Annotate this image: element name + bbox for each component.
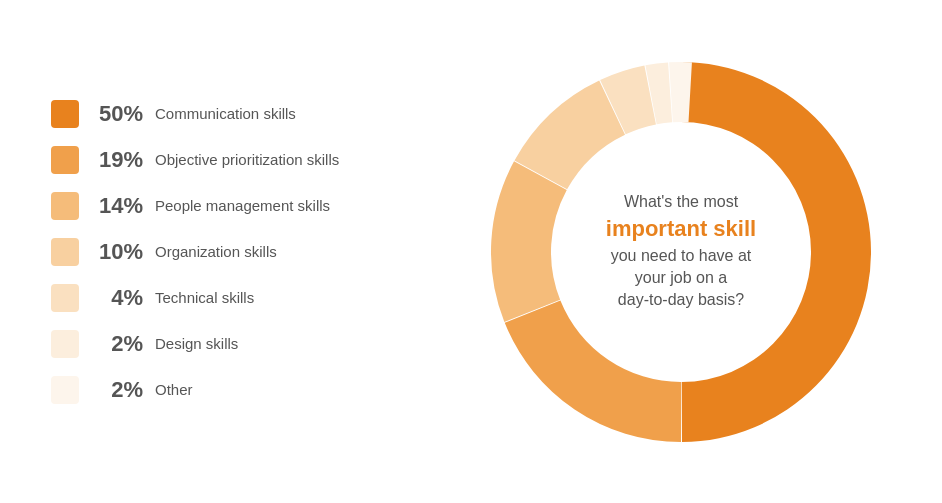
donut-chart-wrapper: What's the most important skill you need… <box>471 42 891 462</box>
legend-percent-3: 10% <box>91 239 143 265</box>
legend-item-4: 4%Technical skills <box>51 284 411 312</box>
legend-label-6: Other <box>155 381 193 398</box>
legend-percent-2: 14% <box>91 193 143 219</box>
legend-percent-6: 2% <box>91 377 143 403</box>
legend-item-0: 50%Communication skills <box>51 100 411 128</box>
donut-segment-2 <box>491 161 567 322</box>
legend-item-5: 2%Design skills <box>51 330 411 358</box>
legend-item-3: 10%Organization skills <box>51 238 411 266</box>
legend-color-1 <box>51 146 79 174</box>
legend-percent-4: 4% <box>91 285 143 311</box>
legend-item-6: 2%Other <box>51 376 411 404</box>
legend: 50%Communication skills19%Objective prio… <box>51 100 411 404</box>
legend-label-2: People management skills <box>155 197 330 214</box>
chart-center-text: What's the most important skill you need… <box>581 191 781 311</box>
legend-item-1: 19%Objective prioritization skills <box>51 146 411 174</box>
legend-label-1: Objective prioritization skills <box>155 151 339 168</box>
chart-text-line1: What's the most <box>624 193 738 210</box>
legend-label-5: Design skills <box>155 335 238 352</box>
legend-label-0: Communication skills <box>155 105 296 122</box>
legend-label-3: Organization skills <box>155 243 277 260</box>
legend-label-4: Technical skills <box>155 289 254 306</box>
main-container: 50%Communication skills19%Objective prio… <box>21 22 921 482</box>
legend-color-5 <box>51 330 79 358</box>
donut-segment-6 <box>669 61 692 121</box>
chart-text-line3: you need to have at <box>611 247 752 264</box>
legend-color-0 <box>51 100 79 128</box>
legend-color-3 <box>51 238 79 266</box>
donut-segment-1 <box>505 300 681 442</box>
legend-color-2 <box>51 192 79 220</box>
legend-percent-1: 19% <box>91 147 143 173</box>
chart-text-bold: important skill <box>606 216 756 241</box>
chart-text-line5: day-to-day basis? <box>618 291 744 308</box>
legend-percent-5: 2% <box>91 331 143 357</box>
legend-color-6 <box>51 376 79 404</box>
legend-item-2: 14%People management skills <box>51 192 411 220</box>
legend-percent-0: 50% <box>91 101 143 127</box>
chart-text-line4: your job on a <box>635 269 728 286</box>
legend-color-4 <box>51 284 79 312</box>
